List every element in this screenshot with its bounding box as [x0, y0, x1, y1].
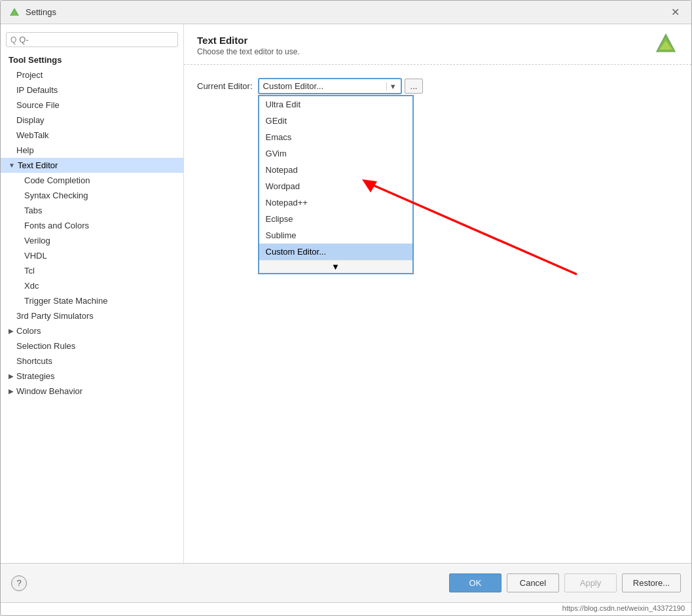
- vivado-logo-icon: [653, 32, 678, 57]
- main-panel: Text Editor Choose the text editor to us…: [184, 24, 691, 563]
- title-bar: Settings ✕: [1, 1, 691, 24]
- sidebar-item-label: Strategies: [16, 371, 55, 381]
- option-sublime[interactable]: Sublime: [259, 227, 412, 244]
- dropdown-container: Custom Editor... ▼ Ultra Edit GEdit Emac…: [258, 78, 424, 94]
- sidebar-item-help[interactable]: Help: [1, 143, 183, 158]
- chevron-right-icon: ▶: [9, 327, 14, 335]
- sidebar-item-syntax-checking[interactable]: Syntax Checking: [1, 188, 183, 203]
- option-custom-editor[interactable]: Custom Editor...: [259, 244, 412, 260]
- dropdown-chevron-icon: ▼: [386, 82, 397, 90]
- search-icon: Q: [10, 35, 16, 45]
- apply-button[interactable]: Apply: [564, 573, 617, 592]
- option-gedit[interactable]: GEdit: [259, 113, 412, 129]
- panel-title: Text Editor: [197, 35, 678, 46]
- sidebar: Q Tool Settings Project IP Defaults Sour…: [1, 24, 184, 563]
- status-bar: https://blog.csdn.net/weixin_43372190: [1, 602, 691, 615]
- sidebar-item-shortcuts[interactable]: Shortcuts: [1, 353, 183, 369]
- ok-button[interactable]: OK: [449, 573, 501, 592]
- sidebar-item-tcl[interactable]: Tcl: [1, 263, 183, 278]
- sidebar-group-label: Tool Settings: [1, 52, 183, 67]
- sidebar-item-strategies[interactable]: ▶ Strategies: [1, 369, 183, 384]
- sidebar-search-container[interactable]: Q: [6, 32, 178, 47]
- sidebar-item-vhdl[interactable]: VHDL: [1, 248, 183, 263]
- editor-dropdown-list: Ultra Edit GEdit Emacs GVim Notepad Word…: [258, 95, 414, 274]
- dropdown-selected-text: Custom Editor...: [263, 81, 384, 91]
- cancel-button[interactable]: Cancel: [507, 573, 559, 592]
- footer-buttons: OK Cancel Apply Restore...: [449, 573, 681, 592]
- current-editor-row: Current Editor: Custom Editor... ▼ Ultra…: [197, 78, 678, 94]
- sidebar-item-label: Window Behavior: [16, 386, 82, 396]
- sidebar-item-label: Colors: [16, 326, 41, 336]
- sidebar-item-window-behavior[interactable]: ▶ Window Behavior: [1, 384, 183, 399]
- sidebar-item-xdc[interactable]: Xdc: [1, 278, 183, 293]
- option-emacs[interactable]: Emacs: [259, 129, 412, 145]
- sidebar-item-label: Text Editor: [18, 160, 58, 170]
- sidebar-item-3rd-party-simulators[interactable]: 3rd Party Simulators: [1, 308, 183, 323]
- sidebar-item-text-editor[interactable]: ▼ Text Editor: [1, 158, 183, 173]
- sidebar-item-trigger-state-machine[interactable]: Trigger State Machine: [1, 293, 183, 308]
- footer-left: ?: [11, 575, 27, 591]
- sidebar-item-selection-rules[interactable]: Selection Rules: [1, 338, 183, 353]
- sidebar-item-fonts-and-colors[interactable]: Fonts and Colors: [1, 218, 183, 233]
- option-ultra-edit[interactable]: Ultra Edit: [259, 96, 412, 113]
- option-gvim[interactable]: GVim: [259, 145, 412, 162]
- option-notepadpp[interactable]: Notepad++: [259, 194, 412, 211]
- panel-subtitle: Choose the text editor to use.: [197, 47, 678, 56]
- sidebar-item-tabs[interactable]: Tabs: [1, 203, 183, 218]
- editor-dropdown-select[interactable]: Custom Editor... ▼: [258, 78, 402, 94]
- panel-body: Current Editor: Custom Editor... ▼ Ultra…: [184, 65, 691, 563]
- option-wordpad[interactable]: Wordpad: [259, 178, 412, 194]
- current-editor-label: Current Editor:: [197, 81, 253, 91]
- dots-button[interactable]: ...: [405, 79, 424, 94]
- chevron-right-icon: ▶: [9, 388, 14, 395]
- sidebar-item-webtalk[interactable]: WebTalk: [1, 128, 183, 143]
- status-url: https://blog.csdn.net/weixin_43372190: [562, 604, 685, 612]
- restore-button[interactable]: Restore...: [622, 573, 681, 592]
- sidebar-item-verilog[interactable]: Verilog: [1, 233, 183, 248]
- panel-header: Text Editor Choose the text editor to us…: [184, 24, 691, 65]
- panel-logo: [653, 32, 678, 59]
- window-title: Settings: [26, 7, 56, 17]
- title-bar-left: Settings: [9, 7, 56, 18]
- option-notepad[interactable]: Notepad: [259, 162, 412, 178]
- option-eclipse[interactable]: Eclipse: [259, 211, 412, 227]
- search-input[interactable]: [19, 35, 173, 45]
- sidebar-item-code-completion[interactable]: Code Completion: [1, 173, 183, 188]
- settings-window: Settings ✕ Q Tool Settings Project IP De…: [0, 0, 692, 616]
- sidebar-item-ip-defaults[interactable]: IP Defaults: [1, 82, 183, 98]
- sidebar-item-project[interactable]: Project: [1, 67, 183, 82]
- app-icon: [9, 7, 20, 18]
- help-button[interactable]: ?: [11, 575, 27, 591]
- sidebar-item-display[interactable]: Display: [1, 113, 183, 128]
- sidebar-item-colors[interactable]: ▶ Colors: [1, 323, 183, 338]
- chevron-down-icon: ▼: [9, 162, 15, 169]
- dropdown-options-list: Ultra Edit GEdit Emacs GVim Notepad Word…: [259, 96, 412, 260]
- footer: ? OK Cancel Apply Restore...: [1, 563, 691, 602]
- main-content: Q Tool Settings Project IP Defaults Sour…: [1, 24, 691, 563]
- dropdown-scroll-down-icon[interactable]: ▼: [259, 260, 412, 273]
- chevron-right-icon: ▶: [9, 372, 14, 380]
- sidebar-item-source-file[interactable]: Source File: [1, 98, 183, 113]
- close-button[interactable]: ✕: [667, 5, 683, 20]
